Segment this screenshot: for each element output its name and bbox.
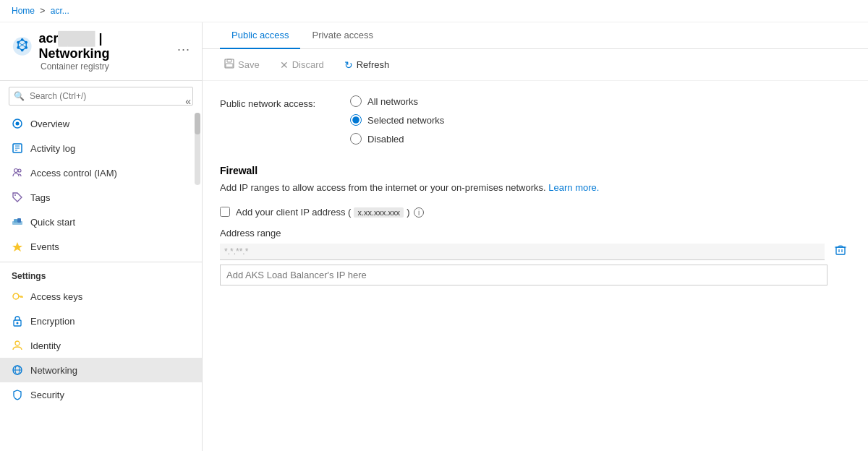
learn-more-link[interactable]: Learn more. <box>548 182 599 193</box>
radio-disabled-label: Disabled <box>367 134 404 145</box>
refresh-button[interactable]: ↻ Refresh <box>340 57 394 73</box>
sidebar-label-access-control: Access control (IAM) <box>30 168 117 179</box>
svg-rect-20 <box>14 219 17 223</box>
identity-icon <box>12 340 23 351</box>
svg-point-23 <box>13 293 19 299</box>
radio-selected-networks-label: Selected networks <box>367 115 444 126</box>
activity-log-icon <box>12 142 23 154</box>
resource-name: acr████ | Networking <box>38 31 166 61</box>
sidebar-item-overview[interactable]: Overview <box>0 111 202 136</box>
breadcrumb-sep1: > <box>40 6 47 16</box>
network-access-section: Public network access: All networks Sele… <box>220 95 851 145</box>
toolbar: Save ✕ Discard ↻ Refresh <box>203 49 868 81</box>
overview-icon <box>12 118 23 129</box>
sidebar-item-encryption[interactable]: Encryption <box>0 309 202 333</box>
svg-point-6 <box>25 46 27 49</box>
svg-point-29 <box>15 341 20 345</box>
network-access-label: Public network access: <box>220 95 336 109</box>
tab-public-access[interactable]: Public access <box>220 22 300 49</box>
iam-icon <box>12 167 23 179</box>
delete-icon <box>835 244 846 256</box>
sidebar-label-activity-log: Activity log <box>30 143 75 154</box>
sidebar-item-events[interactable]: Events <box>0 234 202 259</box>
main-content: Public access Private access Save ✕ Disc… <box>203 22 868 451</box>
refresh-label: Refresh <box>357 59 390 70</box>
firewall-section: Firewall Add IP ranges to allow access f… <box>220 165 851 285</box>
sidebar-item-access-keys[interactable]: Access keys <box>0 284 202 309</box>
firewall-description: Add IP ranges to allow access from the i… <box>220 181 851 195</box>
refresh-icon: ↻ <box>344 59 353 71</box>
radio-disabled-input[interactable] <box>350 133 362 145</box>
tags-icon <box>12 192 23 203</box>
search-container: 🔍 « <box>9 87 193 106</box>
radio-group: All networks Selected networks Disabled <box>350 95 444 145</box>
sidebar-item-quick-start[interactable]: Quick start <box>0 210 202 234</box>
sidebar-item-access-control[interactable]: Access control (IAM) <box>0 160 202 185</box>
security-icon <box>12 389 23 400</box>
radio-all-networks-input[interactable] <box>350 95 362 107</box>
svg-point-4 <box>21 38 24 41</box>
sidebar-label-security: Security <box>30 390 64 400</box>
settings-section-label: Settings <box>0 262 202 284</box>
add-lb-input[interactable] <box>220 265 827 285</box>
search-icon: 🔍 <box>14 91 25 101</box>
quick-start-icon <box>12 216 23 228</box>
breadcrumb-resource[interactable]: acr... <box>51 6 69 16</box>
sidebar-label-tags: Tags <box>30 192 50 203</box>
sidebar-item-activity-log[interactable]: Activity log <box>0 136 202 160</box>
access-keys-icon <box>12 291 23 302</box>
sidebar-label-events: Events <box>30 241 59 252</box>
svg-point-18 <box>14 194 16 196</box>
sidebar-item-identity[interactable]: Identity <box>0 333 202 358</box>
sidebar-label-overview: Overview <box>30 119 69 129</box>
radio-selected-networks[interactable]: Selected networks <box>350 114 444 126</box>
svg-point-17 <box>18 169 21 172</box>
tab-private-access[interactable]: Private access <box>300 22 385 49</box>
content-area: Public network access: All networks Sele… <box>203 81 868 300</box>
collapse-button[interactable]: « <box>182 93 194 110</box>
sidebar-label-quick-start: Quick start <box>30 217 75 228</box>
delete-address-button[interactable] <box>830 243 851 260</box>
networking-icon <box>12 364 23 376</box>
more-options-button[interactable]: ... <box>177 39 190 54</box>
info-icon[interactable]: i <box>414 207 424 218</box>
svg-point-8 <box>17 46 20 49</box>
svg-point-7 <box>21 49 24 52</box>
svg-rect-21 <box>17 218 21 223</box>
encryption-icon <box>12 315 23 327</box>
add-client-ip-checkbox[interactable] <box>220 207 230 217</box>
client-ip-badge: x.xx.xxx.xxx <box>354 207 404 218</box>
firewall-desc-text: Add IP ranges to allow access from the i… <box>220 182 546 193</box>
tab-bar: Public access Private access <box>203 22 868 49</box>
radio-disabled[interactable]: Disabled <box>350 133 444 145</box>
firewall-title: Firewall <box>220 165 851 176</box>
sidebar-item-tags[interactable]: Tags <box>0 185 202 210</box>
svg-point-11 <box>16 122 20 126</box>
address-range-label: Address range <box>220 228 851 239</box>
add-client-ip-row: Add your client IP address (x.xx.xxx.xxx… <box>220 207 851 218</box>
sidebar-label-encryption: Encryption <box>30 316 75 327</box>
search-input[interactable] <box>9 87 193 106</box>
resource-subtitle: Container registry <box>41 61 190 72</box>
radio-selected-networks-input[interactable] <box>350 114 362 126</box>
svg-point-28 <box>17 322 19 325</box>
save-icon <box>224 59 234 71</box>
svg-point-9 <box>17 41 20 44</box>
existing-address-input[interactable] <box>220 244 825 260</box>
svg-point-5 <box>25 41 27 44</box>
breadcrumb-home[interactable]: Home <box>12 6 35 16</box>
save-button[interactable]: Save <box>220 56 264 73</box>
breadcrumb: Home > acr... <box>0 0 868 22</box>
radio-all-networks[interactable]: All networks <box>350 95 444 107</box>
sidebar-label-access-keys: Access keys <box>30 291 82 302</box>
sidebar-item-networking[interactable]: Networking <box>0 358 202 382</box>
svg-marker-22 <box>12 242 22 252</box>
sidebar-header: acr████ | Networking ... Container regis… <box>0 22 202 81</box>
save-label: Save <box>238 59 260 70</box>
svg-rect-36 <box>836 247 845 254</box>
discard-icon: ✕ <box>280 59 289 71</box>
add-client-ip-label: Add your client IP address (x.xx.xxx.xxx… <box>236 207 424 218</box>
discard-button[interactable]: ✕ Discard <box>276 57 328 73</box>
address-input-row <box>220 243 851 260</box>
sidebar-item-security[interactable]: Security <box>0 382 202 407</box>
